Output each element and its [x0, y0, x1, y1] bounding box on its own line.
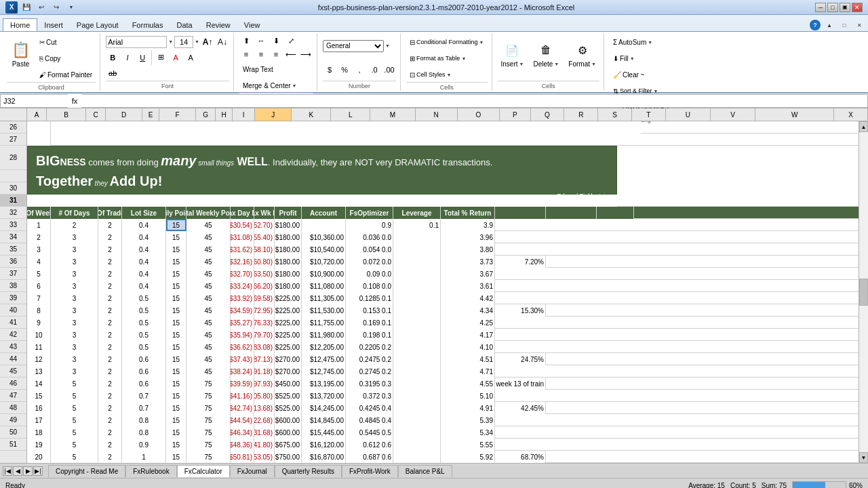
percent-button[interactable]: % — [338, 64, 351, 76]
cell-9-row50[interactable]: $16,120.00 — [302, 439, 346, 451]
cell-7-row32[interactable]: ($152.70) — [254, 219, 275, 231]
cell-0-row38[interactable]: 7 — [27, 292, 51, 304]
row-46[interactable]: 46 — [0, 378, 26, 390]
cell-8-row37[interactable]: $180.00 — [275, 280, 302, 292]
cell-4-row44[interactable]: 15 — [166, 365, 186, 378]
cell-9-row35[interactable]: $10,720.00 — [302, 256, 346, 268]
col-c[interactable]: C — [86, 108, 106, 121]
cell-4-row43[interactable]: 15 — [166, 353, 186, 365]
cell-2-row45[interactable]: 2 — [98, 378, 122, 390]
cell-10-row49[interactable]: 0.5445 0.5 — [346, 426, 393, 439]
cell-2-row46[interactable]: 2 — [98, 390, 122, 402]
cell-1-row50[interactable]: 5 — [51, 439, 98, 451]
cell-13-row51[interactable]: 68.70% — [495, 451, 546, 463]
cell-6-row45[interactable]: ($39.59) — [231, 378, 254, 390]
cell-3-row35[interactable]: 0.4 — [122, 256, 166, 268]
cell-6-row37[interactable]: ($33.24) — [231, 280, 254, 292]
cell-11-row35[interactable] — [393, 256, 441, 268]
col-k[interactable]: K — [292, 108, 331, 121]
cell-7-row51[interactable]: ($253.05) — [254, 451, 275, 463]
cell-9-row43[interactable]: $12,475.00 — [302, 353, 346, 365]
cell-9-row45[interactable]: $13,195.00 — [302, 378, 346, 390]
format-painter-button[interactable]: 🖌 Format Painter — [36, 67, 96, 82]
cell-12-row45[interactable]: 4.55 — [441, 378, 495, 390]
col-a[interactable]: A — [27, 108, 47, 121]
row-43[interactable]: 43 — [0, 341, 26, 353]
cell-11-row45[interactable] — [393, 378, 441, 390]
row-27[interactable]: 27 — [0, 134, 26, 146]
cell-0-row36[interactable]: 5 — [27, 268, 51, 280]
tab-home[interactable]: Home — [3, 18, 37, 31]
cell-styles-button[interactable]: ⊡ Cell Styles ▼ — [406, 67, 454, 82]
scroll-down[interactable]: ▼ — [859, 452, 868, 463]
italic-button[interactable]: I — [121, 52, 134, 64]
cell-6-row51[interactable]: ($50.81) — [231, 451, 254, 463]
cell-c31[interactable]: # Of Days — [51, 207, 98, 219]
row-44[interactable]: 44 — [0, 353, 26, 365]
autosum-button[interactable]: Σ AutoSum ▼ — [610, 35, 656, 49]
cell-12-row42[interactable]: 4.10 — [441, 341, 495, 353]
cell-9-row37[interactable]: $11,080.00 — [302, 280, 346, 292]
cell-8-row46[interactable]: $525.00 — [275, 390, 302, 402]
cell-10-row51[interactable]: 0.687 0.6 — [346, 451, 393, 463]
cell-1-row32[interactable]: 2 — [51, 219, 98, 231]
align-right-button[interactable]: ≡ — [269, 48, 283, 60]
cell-6-row38[interactable]: ($33.92) — [231, 292, 254, 304]
cell-6-row47[interactable]: ($42.74) — [231, 402, 254, 414]
cell-1-row36[interactable]: 3 — [51, 268, 98, 280]
cell-5-row48[interactable]: 75 — [186, 414, 231, 426]
cell-6-row46[interactable]: ($41.16) — [231, 390, 254, 402]
minimize-button[interactable]: ─ — [815, 3, 826, 12]
cell-12-row44[interactable]: 4.71 — [441, 365, 495, 378]
cell-4-row50[interactable]: 15 — [166, 439, 186, 451]
cell-8-row43[interactable]: $270.00 — [275, 353, 302, 365]
cell-0-row39[interactable]: 8 — [27, 304, 51, 317]
col-p[interactable]: P — [500, 108, 531, 121]
strikethrough-button[interactable]: ab — [106, 67, 119, 79]
cell-9-row42[interactable]: $12,205.00 — [302, 341, 346, 353]
cell-5-row36[interactable]: 45 — [186, 268, 231, 280]
cell-4-row33[interactable]: 15 — [166, 231, 186, 243]
col-r[interactable]: R — [564, 108, 598, 121]
row-41[interactable]: 41 — [0, 317, 26, 329]
cell-9-row48[interactable]: $14,845.00 — [302, 414, 346, 426]
increase-decimal-button[interactable]: .00 — [382, 64, 396, 76]
cell-4-row36[interactable]: 15 — [166, 268, 186, 280]
cell-12-row48[interactable]: 5.39 — [441, 414, 495, 426]
maximize-button[interactable]: □ — [827, 3, 838, 12]
sheet-tab-copyright[interactable]: Copyright - Read Me — [48, 465, 125, 477]
cell-12-row51[interactable]: 5.92 — [441, 451, 495, 463]
vertical-scrollbar[interactable]: ▲ ▼ — [859, 121, 868, 463]
font-size-input[interactable] — [174, 36, 193, 48]
row-33[interactable]: 33 — [0, 219, 26, 231]
cell-6-row39[interactable]: ($34.59) — [231, 304, 254, 317]
cell-7-row40[interactable]: ($176.33) — [254, 317, 275, 329]
cell-6-row42[interactable]: ($36.62) — [231, 341, 254, 353]
tab-review[interactable]: Review — [199, 19, 237, 31]
cell-7-row36[interactable]: ($163.50) — [254, 268, 275, 280]
row-29[interactable] — [0, 170, 26, 182]
number-format-select[interactable]: General — [323, 40, 384, 52]
angle-text-button[interactable]: ⤢ — [284, 35, 298, 47]
cell-11-row34[interactable] — [393, 243, 441, 256]
cell-4-row32[interactable]: 15 — [166, 219, 186, 231]
col-x[interactable]: X — [834, 108, 868, 121]
row-34[interactable]: 34 — [0, 231, 26, 243]
col-e[interactable]: E — [142, 108, 159, 121]
cell-8-row51[interactable]: $750.00 — [275, 451, 302, 463]
cell-1-row42[interactable]: 3 — [51, 341, 98, 353]
sheet-tab-fxrulebook[interactable]: FxRulebook — [125, 465, 176, 477]
bold-button[interactable]: B — [106, 52, 119, 64]
undo-button[interactable]: ↩ — [35, 1, 47, 14]
cell-3-row43[interactable]: 0.6 — [122, 353, 166, 365]
cell-0-row44[interactable]: 13 — [27, 365, 51, 378]
cell-2-row49[interactable]: 2 — [98, 426, 122, 439]
comma-button[interactable]: , — [353, 64, 366, 76]
cell-n31[interactable]: Total % Return — [441, 207, 495, 219]
align-top-button[interactable]: ⬆ — [239, 35, 253, 47]
cell-a27[interactable] — [27, 134, 51, 146]
cell-2-row47[interactable]: 2 — [98, 402, 122, 414]
col-f[interactable]: F — [159, 108, 196, 121]
cell-2-row51[interactable]: 2 — [98, 451, 122, 463]
cell-11-row49[interactable] — [393, 426, 441, 439]
